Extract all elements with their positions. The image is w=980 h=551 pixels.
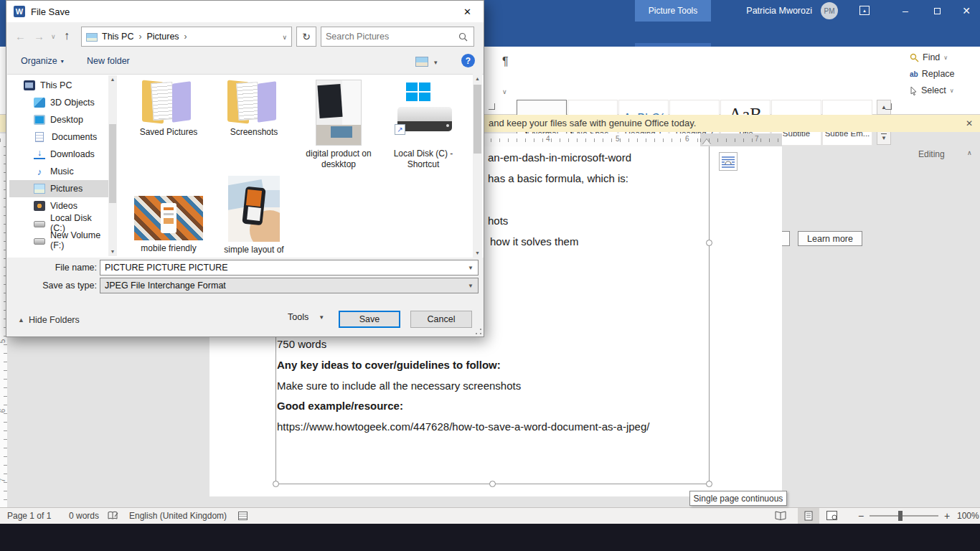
replace-icon: ab bbox=[910, 70, 918, 78]
search-box[interactable] bbox=[321, 27, 474, 47]
macro-icon[interactable] bbox=[238, 512, 248, 520]
banner-close-icon[interactable]: ✕ bbox=[966, 118, 973, 128]
file-name-field[interactable]: ▼ bbox=[100, 260, 479, 276]
file-digital-product[interactable]: digital product on deskktop bbox=[296, 80, 381, 170]
collapse-ribbon-icon[interactable]: ∧ bbox=[967, 149, 972, 156]
folder-icon bbox=[141, 80, 197, 124]
drive-shortcut-icon: ↗ bbox=[389, 80, 458, 146]
close-window-button[interactable]: ✕ bbox=[953, 0, 980, 22]
zoom-slider-thumb[interactable] bbox=[898, 511, 903, 521]
sidebar-item-new-volume-f[interactable]: New Volume (F:) bbox=[9, 232, 107, 249]
scroll-down-icon[interactable]: ▼ bbox=[473, 248, 482, 258]
user-name: Patricia Mworozi bbox=[732, 6, 812, 16]
ribbon-display-options-icon[interactable]: ▴ bbox=[859, 6, 870, 15]
scrollbar-thumb[interactable] bbox=[109, 124, 116, 203]
file-name-input[interactable] bbox=[100, 263, 468, 273]
ruler-indent-marker[interactable] bbox=[702, 139, 711, 145]
this-pc-icon bbox=[24, 80, 35, 90]
layout-options-button[interactable] bbox=[719, 152, 738, 171]
paragraph-dialog-launcher[interactable] bbox=[489, 103, 495, 110]
styles-dialog-launcher[interactable] bbox=[885, 103, 892, 110]
word-app-icon: W bbox=[14, 6, 25, 17]
image-thumbnail bbox=[228, 176, 280, 242]
address-bar[interactable]: This PC › Pictures › ∨ bbox=[81, 27, 292, 47]
select-button[interactable]: Select∨ bbox=[910, 83, 954, 98]
sidebar-item-videos[interactable]: Videos bbox=[9, 197, 107, 215]
back-icon[interactable]: ← bbox=[15, 30, 26, 42]
search-icon[interactable] bbox=[458, 32, 468, 42]
sidebar-item-local-disk-c[interactable]: Local Disk (C:) bbox=[9, 215, 107, 232]
zoom-level[interactable]: 100% bbox=[957, 511, 979, 521]
find-button[interactable]: Find∨ bbox=[910, 50, 948, 65]
file-saved-pictures[interactable]: Saved Pictures bbox=[126, 80, 211, 138]
save-type-dropdown-icon[interactable]: ▼ bbox=[468, 283, 478, 289]
language-indicator[interactable]: English (United Kingdom) bbox=[129, 511, 227, 521]
file-name-dropdown-icon[interactable]: ▼ bbox=[468, 265, 478, 271]
documents-icon bbox=[35, 132, 44, 142]
sidebar-item-music[interactable]: ♪Music bbox=[9, 163, 107, 180]
proofing-icon[interactable] bbox=[108, 511, 118, 523]
print-layout-icon[interactable] bbox=[798, 508, 819, 524]
help-button[interactable]: ? bbox=[461, 54, 475, 67]
page-indicator[interactable]: Page 1 of 1 bbox=[7, 511, 51, 521]
replace-button[interactable]: ab Replace bbox=[910, 67, 955, 81]
save-button[interactable]: Save bbox=[339, 311, 400, 328]
scrollbar-thumb[interactable] bbox=[473, 85, 481, 154]
scroll-up-icon[interactable]: ▲ bbox=[108, 75, 117, 84]
web-layout-icon[interactable] bbox=[826, 511, 837, 522]
hide-folders-button[interactable]: ▲ Hide Folders bbox=[18, 315, 80, 325]
save-as-type-select[interactable]: JPEG File Interchange Format ▼ bbox=[100, 278, 479, 293]
sidebar-item-downloads[interactable]: ↓Downloads bbox=[9, 146, 107, 163]
file-mobile-friendly[interactable]: mobile friendly bbox=[126, 176, 211, 254]
zoom-in-button[interactable]: + bbox=[944, 510, 950, 522]
view-tooltip: Single page continuous bbox=[689, 491, 787, 506]
sidebar-item-pictures[interactable]: Pictures bbox=[9, 180, 111, 197]
avatar[interactable]: PM bbox=[821, 2, 838, 19]
read-mode-icon[interactable] bbox=[775, 511, 787, 522]
paragraph-caret-icon[interactable]: ∨ bbox=[502, 88, 507, 95]
scroll-down-icon[interactable]: ▼ bbox=[108, 248, 117, 256]
resize-handle-bottom-left[interactable] bbox=[273, 481, 279, 487]
file-local-disk-shortcut[interactable]: ↗ Local Disk (C) - Shortcut bbox=[381, 80, 466, 170]
minimize-button[interactable]: – bbox=[890, 0, 921, 22]
crumb-separator-icon: › bbox=[138, 32, 141, 42]
forward-icon[interactable]: → bbox=[34, 30, 44, 42]
recent-locations-icon[interactable]: ∨ bbox=[51, 33, 56, 40]
cancel-button[interactable]: Cancel bbox=[410, 311, 472, 328]
resize-grip[interactable] bbox=[475, 328, 482, 335]
up-icon[interactable]: ↑ bbox=[64, 29, 70, 42]
new-folder-button[interactable]: New folder bbox=[87, 56, 130, 66]
word-count[interactable]: 0 words bbox=[69, 511, 99, 521]
file-screenshots[interactable]: Screenshots bbox=[212, 80, 296, 138]
learn-more-button[interactable]: Learn more bbox=[798, 231, 862, 246]
gallery-expand-icon[interactable]: ▼ bbox=[877, 130, 891, 145]
save-as-type-label: Save as type: bbox=[21, 281, 97, 291]
sidebar-item-documents[interactable]: Documents bbox=[9, 128, 107, 146]
zoom-out-button[interactable]: − bbox=[858, 510, 864, 522]
zoom-slider-track[interactable] bbox=[870, 515, 938, 517]
file-list-scrollbar[interactable]: ▲ ▼ bbox=[473, 74, 482, 258]
view-caret-icon[interactable]: ▾ bbox=[434, 59, 438, 66]
restore-button[interactable] bbox=[921, 0, 953, 22]
scroll-up-icon[interactable]: ▲ bbox=[473, 74, 482, 83]
crumb-this-pc[interactable]: This PC bbox=[102, 32, 133, 42]
organize-button[interactable]: Organize▾ bbox=[21, 56, 64, 66]
sidebar-item-desktop[interactable]: Desktop bbox=[9, 111, 107, 128]
resize-handle-bottom-right[interactable] bbox=[706, 481, 712, 487]
sidebar-item-this-pc[interactable]: This PC bbox=[9, 77, 107, 94]
dialog-close-button[interactable]: ✕ bbox=[451, 1, 484, 22]
dialog-titlebar: W File Save ✕ bbox=[6, 1, 484, 22]
sidebar-scrollbar[interactable]: ▲ ▼ bbox=[108, 75, 117, 256]
resize-handle-bottom[interactable] bbox=[489, 481, 496, 487]
crumb-pictures[interactable]: Pictures bbox=[146, 32, 179, 42]
status-bar: Page 1 of 1 0 words English (United King… bbox=[0, 507, 980, 524]
tools-button[interactable]: Tools ▼ bbox=[288, 312, 324, 322]
paragraph-mark-button[interactable]: ¶ bbox=[502, 55, 509, 68]
view-thumbnails-icon[interactable] bbox=[415, 57, 428, 67]
search-input[interactable] bbox=[321, 32, 458, 42]
resize-handle-right[interactable] bbox=[706, 240, 712, 246]
sidebar-item-3d-objects[interactable]: 3D Objects bbox=[9, 94, 107, 111]
file-simple-layout[interactable]: simple layout of bbox=[212, 176, 296, 255]
address-dropdown-icon[interactable]: ∨ bbox=[282, 34, 287, 41]
refresh-button[interactable]: ↻ bbox=[296, 27, 316, 47]
